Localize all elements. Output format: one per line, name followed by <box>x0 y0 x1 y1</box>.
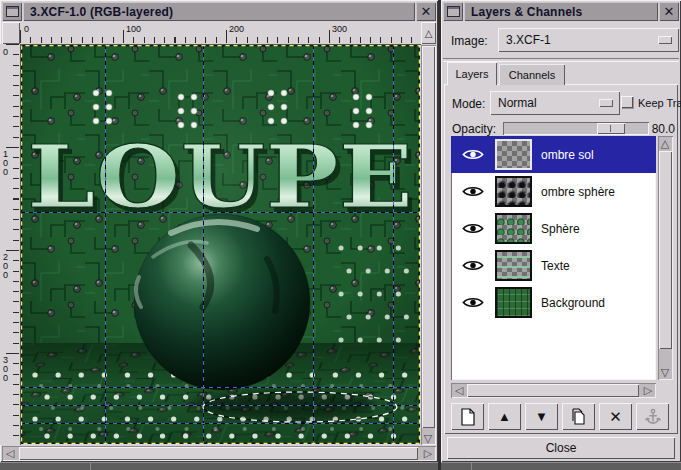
h-ruler-label: 300 <box>332 25 347 34</box>
list-horizontal-scrollbar[interactable]: ◁ ▷ <box>451 383 656 398</box>
close-button-label: Close <box>546 441 577 455</box>
image-select-menu[interactable]: 3.XCF-1 <box>498 28 679 52</box>
scroll-left-icon[interactable]: ◁ <box>3 448 17 459</box>
new-layer-button[interactable] <box>451 403 484 430</box>
tab-layers[interactable]: Layers <box>447 62 497 85</box>
canvas-vertical-scrollbar[interactable]: ▽ <box>421 45 436 445</box>
scroll-down-icon[interactable]: ▽ <box>658 367 672 378</box>
layer-row-ombre-sphere[interactable]: ombre sphère <box>451 173 656 210</box>
statusbar-divider <box>471 463 472 470</box>
h-ruler-label: 0 <box>24 25 29 34</box>
image-window-title: 3.XCF-1.0 (RGB-layered) <box>23 2 415 21</box>
layer-thumbnail[interactable] <box>495 287 532 318</box>
duplicate-layer-icon <box>570 408 588 426</box>
v-ruler-label: 200 <box>3 253 11 280</box>
image-select-value: 3.XCF-1 <box>506 33 551 47</box>
statusbar-strip-left <box>0 462 438 470</box>
sphere <box>134 214 310 390</box>
v-ruler-label: 0 <box>3 48 11 57</box>
loupe-text: LOUPE <box>27 126 413 227</box>
lower-arrow-icon: ▼ <box>535 410 548 423</box>
visibility-eye-icon[interactable] <box>451 296 495 309</box>
window-menu-icon <box>447 6 460 17</box>
opacity-slider-track[interactable] <box>503 122 649 135</box>
visibility-eye-icon[interactable] <box>451 222 495 235</box>
window-menu-button[interactable] <box>2 2 22 21</box>
scroll-down-icon[interactable]: ▽ <box>421 433 435 444</box>
dialog-titlebar[interactable]: Layers & Channels ✕ <box>443 2 679 21</box>
layers-tab-panel: Mode: Normal Keep Trans. Opacity: 80.0 o… <box>444 84 678 434</box>
v-scroll-thumb[interactable] <box>422 46 435 428</box>
mode-select-menu[interactable]: Normal <box>490 91 620 115</box>
delete-layer-button[interactable]: ✕ <box>599 403 632 430</box>
image-window-close-button[interactable]: ✕ <box>416 2 436 21</box>
v-ruler-label: 300 <box>3 356 11 383</box>
screen: 3.XCF-1.0 (RGB-layered) ✕ 0 100 200 300 … <box>0 0 681 470</box>
keep-trans-label: Keep Trans. <box>638 97 681 109</box>
image-canvas[interactable]: LOUPE LOUPE <box>21 45 420 444</box>
scroll-left-icon[interactable]: ◁ <box>452 385 466 396</box>
opacity-label: Opacity: <box>452 122 496 136</box>
option-menu-indicator-icon <box>658 36 672 44</box>
v-ruler-major-ticks <box>6 44 19 445</box>
layer-name: ombre sphère <box>541 185 615 199</box>
visibility-eye-icon[interactable] <box>451 259 495 272</box>
close-button[interactable]: Close <box>447 437 675 459</box>
layers-channels-dialog: Layers & Channels ✕ Image: 3.XCF-1 Layer… <box>441 0 681 462</box>
opacity-value: 80.0 <box>652 122 675 136</box>
nav-preview-button[interactable]: △ <box>421 22 436 44</box>
layer-row-background[interactable]: Background <box>451 284 656 321</box>
layer-row-sphere[interactable]: Sphère <box>451 210 656 247</box>
layer-row-texte[interactable]: Texte <box>451 247 656 284</box>
layer-name: ombre sol <box>541 148 594 162</box>
image-window-titlebar[interactable]: 3.XCF-1.0 (RGB-layered) ✕ <box>2 2 436 21</box>
mode-label: Mode: <box>452 97 485 111</box>
scroll-right-icon[interactable]: ▷ <box>641 385 655 396</box>
v-ruler-label: 100 <box>3 150 11 177</box>
raise-layer-button[interactable]: ▲ <box>488 403 521 430</box>
anchor-layer-button[interactable] <box>636 403 669 430</box>
nav-triangle-icon: △ <box>425 28 433 39</box>
layer-row-ombre-sol[interactable]: ombre sol <box>451 136 656 173</box>
scroll-up-icon[interactable]: △ <box>658 138 672 149</box>
dialog-close-button[interactable]: ✕ <box>659 2 679 21</box>
canvas-art: LOUPE LOUPE <box>21 45 420 444</box>
h-ruler-label: 200 <box>229 25 244 34</box>
image-window: 3.XCF-1.0 (RGB-layered) ✕ 0 100 200 300 … <box>0 0 438 462</box>
tab-layers-label: Layers <box>455 68 488 80</box>
visibility-eye-icon[interactable] <box>451 148 495 161</box>
vertical-ruler[interactable]: 0 100 200 300 <box>0 44 21 445</box>
lower-layer-button[interactable]: ▼ <box>525 403 558 430</box>
visibility-eye-icon[interactable] <box>451 185 495 198</box>
layer-thumbnail[interactable] <box>495 139 532 170</box>
ruler-origin-button[interactable] <box>2 22 20 44</box>
opacity-slider-handle[interactable] <box>597 123 625 134</box>
h-scroll-thumb[interactable] <box>19 447 418 460</box>
horizontal-ruler[interactable]: 0 100 200 300 <box>20 22 421 45</box>
duplicate-layer-button[interactable] <box>562 403 595 430</box>
keep-trans-checkbox[interactable] <box>621 96 633 108</box>
list-h-scroll-thumb[interactable] <box>467 384 639 397</box>
layer-name: Sphère <box>541 222 580 236</box>
list-vertical-scrollbar[interactable]: △ ▽ <box>658 136 673 380</box>
delete-x-icon: ✕ <box>609 409 622 424</box>
window-menu-button[interactable] <box>443 2 463 21</box>
tab-channels[interactable]: Channels <box>499 64 565 85</box>
statusbar-strip-right <box>441 462 681 470</box>
h-ruler-major-ticks <box>20 30 421 43</box>
list-v-scroll-thumb[interactable] <box>659 151 672 349</box>
scroll-right-icon[interactable]: ▷ <box>421 448 435 459</box>
layer-thumbnail[interactable] <box>495 176 532 207</box>
statusbar-divider <box>90 463 91 470</box>
tab-channels-label: Channels <box>509 69 555 81</box>
image-label: Image: <box>451 34 488 48</box>
raise-arrow-icon: ▲ <box>498 410 511 423</box>
canvas-horizontal-scrollbar[interactable]: ◁ ▷ <box>2 446 436 461</box>
anchor-icon <box>644 408 662 426</box>
close-icon: ✕ <box>421 5 432 18</box>
slider-notch <box>610 125 611 132</box>
mode-select-value: Normal <box>498 96 537 110</box>
layer-thumbnail[interactable] <box>495 250 532 281</box>
dialog-title: Layers & Channels <box>464 2 658 21</box>
layer-thumbnail[interactable] <box>495 213 532 244</box>
